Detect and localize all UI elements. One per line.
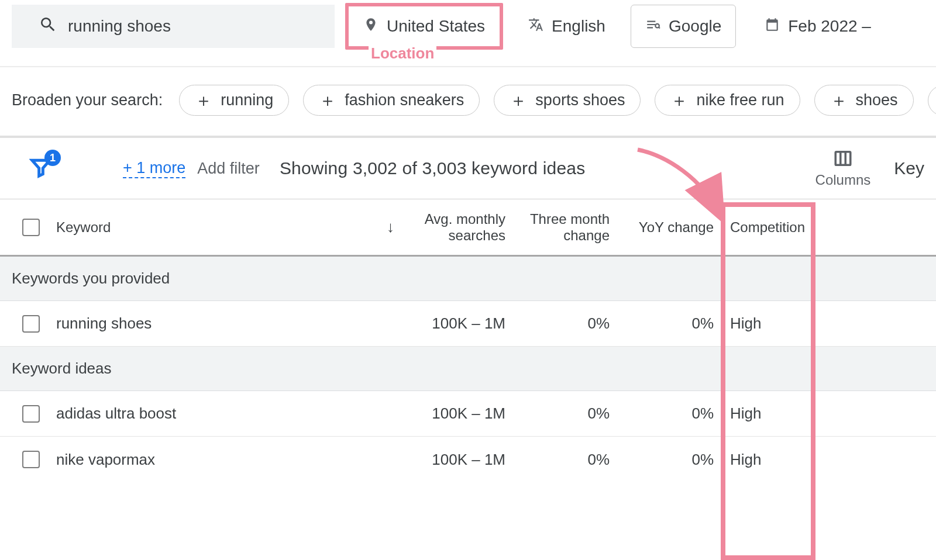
svg-rect-2 — [835, 152, 851, 165]
row-checkbox[interactable] — [22, 451, 40, 468]
annotation-location-box: United States — [345, 3, 503, 50]
calendar-icon — [765, 17, 780, 36]
cell-competition: High — [720, 314, 813, 333]
top-bar: running shoes United States Location Eng… — [0, 0, 936, 67]
date-range-value: Feb 2022 – — [788, 17, 871, 36]
add-filter-button[interactable]: Add filter — [197, 160, 260, 178]
network-value: Google — [669, 17, 721, 36]
chip-label: running — [221, 91, 273, 109]
table-row: running shoes 100K – 1M 0% 0% High — [0, 301, 936, 347]
columns-button[interactable]: Columns — [815, 148, 871, 188]
chip-label: sports shoes — [535, 91, 625, 109]
location-selector[interactable]: United States — [349, 6, 500, 46]
row-checkbox[interactable] — [22, 405, 40, 423]
annotation-location-label: Location — [369, 44, 436, 63]
filter-count-badge: 1 — [44, 150, 61, 166]
header-avg-label: Avg. monthly searches — [412, 211, 505, 244]
table-row: nike vapormax 100K – 1M 0% 0% High — [0, 437, 936, 482]
select-all-checkbox[interactable] — [22, 219, 40, 236]
header-yoy[interactable]: YoY change — [615, 219, 720, 236]
toolbar-cutoff-text: Key — [894, 158, 924, 178]
cell-keyword[interactable]: adidas ultra boost — [50, 405, 339, 423]
filter-button[interactable]: 1 — [29, 155, 53, 181]
header-keyword[interactable]: Keyword — [50, 219, 339, 236]
header-checkbox-cell — [0, 219, 50, 236]
cell-yoy: 0% — [615, 405, 720, 423]
broaden-chip[interactable]: ＋sports shoes — [494, 85, 641, 116]
row-checkbox[interactable] — [22, 315, 40, 333]
header-avg-monthly-searches[interactable]: ↓ Avg. monthly searches — [339, 211, 511, 244]
sort-descending-icon: ↓ — [387, 218, 394, 236]
network-icon — [645, 17, 660, 36]
cell-avg: 100K – 1M — [339, 405, 511, 423]
table-header-row: Keyword ↓ Avg. monthly searches Three mo… — [0, 199, 936, 257]
cell-avg: 100K – 1M — [339, 451, 511, 469]
header-three-month[interactable]: Three month change — [511, 211, 615, 244]
svg-line-1 — [659, 27, 660, 28]
cell-yoy: 0% — [615, 314, 720, 333]
chip-label: shoes — [856, 91, 898, 109]
table-row: adidas ultra boost 100K – 1M 0% 0% High — [0, 391, 936, 437]
chip-label: nike free run — [696, 91, 784, 109]
section-provided: Keywords you provided — [0, 257, 936, 301]
cell-three-month: 0% — [511, 314, 615, 333]
broaden-chip[interactable]: ＋fashion sneakers — [303, 85, 480, 116]
table-toolbar: 1 + 1 more Add filter Showing 3,002 of 3… — [0, 138, 936, 199]
search-input-value: running shoes — [68, 17, 171, 36]
broaden-chip[interactable]: ＋nike free run — [655, 85, 800, 116]
columns-label: Columns — [815, 172, 871, 188]
translate-icon — [528, 17, 543, 36]
broaden-chip[interactable]: ＋running — [179, 85, 289, 116]
broaden-label: Broaden your search: — [12, 91, 163, 109]
language-value: English — [552, 17, 605, 36]
network-selector[interactable]: Google — [631, 5, 736, 48]
plus-icon: ＋ — [319, 92, 336, 109]
cell-avg: 100K – 1M — [339, 314, 511, 333]
plus-icon: ＋ — [830, 92, 848, 109]
cell-three-month: 0% — [511, 451, 615, 469]
search-icon — [39, 15, 57, 38]
results-summary: Showing 3,002 of 3,003 keyword ideas — [280, 158, 586, 178]
header-competition[interactable]: Competition — [720, 219, 813, 236]
language-selector[interactable]: English — [514, 5, 620, 48]
broaden-search-row: Broaden your search: ＋running ＋fashion s… — [0, 67, 936, 138]
cell-keyword[interactable]: nike vapormax — [50, 451, 339, 469]
chip-label: fashion sneakers — [345, 91, 464, 109]
search-input-container[interactable]: running shoes — [12, 5, 335, 48]
plus-icon: ＋ — [670, 92, 688, 109]
plus-icon: ＋ — [195, 92, 212, 109]
section-ideas: Keyword ideas — [0, 347, 936, 391]
cell-keyword[interactable]: running shoes — [50, 314, 339, 333]
cell-competition: High — [720, 405, 813, 423]
cell-three-month: 0% — [511, 405, 615, 423]
keyword-table: Keyword ↓ Avg. monthly searches Three mo… — [0, 199, 936, 482]
more-filters-link[interactable]: + 1 more — [123, 159, 185, 178]
broaden-chip[interactable]: ＋shoes — [814, 85, 914, 116]
location-value: United States — [387, 17, 485, 36]
location-icon — [363, 17, 378, 36]
plus-icon: ＋ — [510, 92, 527, 109]
cell-competition: High — [720, 451, 813, 469]
broaden-chip-more[interactable]: ＋ — [928, 85, 936, 116]
toolbar-right: Columns Key — [815, 148, 924, 188]
date-range-selector[interactable]: Feb 2022 – — [750, 5, 886, 48]
cell-yoy: 0% — [615, 451, 720, 469]
